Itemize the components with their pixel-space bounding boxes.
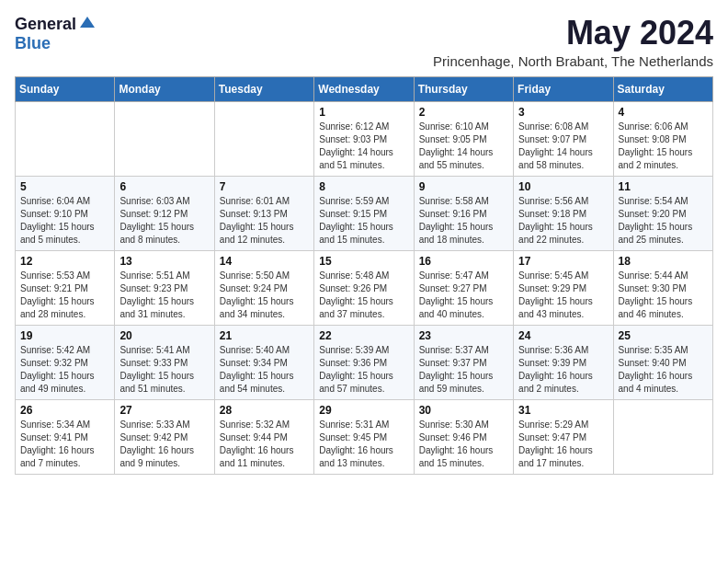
day-info: Sunrise: 6:04 AM Sunset: 9:10 PM Dayligh… xyxy=(20,195,109,247)
day-info: Sunrise: 5:37 AM Sunset: 9:37 PM Dayligh… xyxy=(419,344,508,396)
day-info: Sunrise: 5:30 AM Sunset: 9:46 PM Dayligh… xyxy=(419,419,508,470)
title-section: May 2024 Princenhage, North Brabant, The… xyxy=(433,15,713,69)
calendar-week-row: 19Sunrise: 5:42 AM Sunset: 9:32 PM Dayli… xyxy=(16,325,713,399)
day-info: Sunrise: 6:08 AM Sunset: 9:07 PM Dayligh… xyxy=(518,121,608,172)
day-info: Sunrise: 5:40 AM Sunset: 9:34 PM Dayligh… xyxy=(220,344,309,396)
calendar-cell: 11Sunrise: 5:54 AM Sunset: 9:20 PM Dayli… xyxy=(613,176,712,250)
day-number: 5 xyxy=(20,180,109,193)
day-number: 18 xyxy=(619,255,708,268)
day-number: 26 xyxy=(20,404,109,417)
day-number: 4 xyxy=(619,106,708,119)
calendar-week-row: 12Sunrise: 5:53 AM Sunset: 9:21 PM Dayli… xyxy=(16,250,713,325)
calendar-cell: 4Sunrise: 6:06 AM Sunset: 9:08 PM Daylig… xyxy=(613,101,712,176)
day-number: 1 xyxy=(319,106,408,119)
calendar-cell: 12Sunrise: 5:53 AM Sunset: 9:21 PM Dayli… xyxy=(16,250,115,325)
calendar-cell: 2Sunrise: 6:10 AM Sunset: 9:05 PM Daylig… xyxy=(414,101,513,176)
day-number: 23 xyxy=(419,329,508,342)
day-number: 22 xyxy=(319,329,408,342)
day-info: Sunrise: 6:10 AM Sunset: 9:05 PM Dayligh… xyxy=(419,121,508,172)
calendar-cell: 1Sunrise: 6:12 AM Sunset: 9:03 PM Daylig… xyxy=(314,101,414,176)
header-thursday: Thursday xyxy=(414,76,513,101)
day-number: 13 xyxy=(119,255,209,268)
calendar-cell: 18Sunrise: 5:44 AM Sunset: 9:30 PM Dayli… xyxy=(613,250,712,325)
day-number: 7 xyxy=(220,180,309,193)
calendar-week-row: 1Sunrise: 6:12 AM Sunset: 9:03 PM Daylig… xyxy=(16,101,713,176)
day-number: 28 xyxy=(220,404,309,417)
day-number: 3 xyxy=(518,106,608,119)
calendar-cell: 20Sunrise: 5:41 AM Sunset: 9:33 PM Dayli… xyxy=(115,325,214,399)
header-tuesday: Tuesday xyxy=(214,76,313,101)
day-info: Sunrise: 5:51 AM Sunset: 9:23 PM Dayligh… xyxy=(119,270,209,321)
day-info: Sunrise: 5:44 AM Sunset: 9:30 PM Dayligh… xyxy=(619,270,708,321)
day-number: 31 xyxy=(518,404,608,417)
calendar-cell: 30Sunrise: 5:30 AM Sunset: 9:46 PM Dayli… xyxy=(414,399,513,474)
day-number: 20 xyxy=(119,329,209,342)
calendar-cell: 26Sunrise: 5:34 AM Sunset: 9:41 PM Dayli… xyxy=(16,399,115,474)
calendar-week-row: 26Sunrise: 5:34 AM Sunset: 9:41 PM Dayli… xyxy=(16,399,713,474)
header-wednesday: Wednesday xyxy=(314,76,414,101)
day-info: Sunrise: 5:53 AM Sunset: 9:21 PM Dayligh… xyxy=(20,270,109,321)
calendar-cell: 5Sunrise: 6:04 AM Sunset: 9:10 PM Daylig… xyxy=(16,176,115,250)
day-info: Sunrise: 5:42 AM Sunset: 9:32 PM Dayligh… xyxy=(20,344,109,396)
calendar-cell: 23Sunrise: 5:37 AM Sunset: 9:37 PM Dayli… xyxy=(414,325,513,399)
day-number: 14 xyxy=(220,255,309,268)
calendar-week-row: 5Sunrise: 6:04 AM Sunset: 9:10 PM Daylig… xyxy=(16,176,713,250)
calendar-cell: 27Sunrise: 5:33 AM Sunset: 9:42 PM Dayli… xyxy=(115,399,214,474)
calendar-cell xyxy=(115,101,214,176)
calendar-cell: 22Sunrise: 5:39 AM Sunset: 9:36 PM Dayli… xyxy=(314,325,414,399)
calendar-cell xyxy=(214,101,313,176)
logo-blue: Blue xyxy=(15,34,51,52)
logo-general: General xyxy=(15,15,76,34)
day-info: Sunrise: 5:54 AM Sunset: 9:20 PM Dayligh… xyxy=(619,195,708,247)
day-number: 24 xyxy=(518,329,608,342)
day-info: Sunrise: 6:03 AM Sunset: 9:12 PM Dayligh… xyxy=(119,195,209,247)
day-info: Sunrise: 5:32 AM Sunset: 9:44 PM Dayligh… xyxy=(220,419,309,470)
header-sunday: Sunday xyxy=(16,76,115,101)
day-info: Sunrise: 5:59 AM Sunset: 9:15 PM Dayligh… xyxy=(319,195,408,247)
day-number: 6 xyxy=(119,180,209,193)
calendar-cell: 13Sunrise: 5:51 AM Sunset: 9:23 PM Dayli… xyxy=(115,250,214,325)
day-number: 19 xyxy=(20,329,109,342)
calendar-cell: 21Sunrise: 5:40 AM Sunset: 9:34 PM Dayli… xyxy=(214,325,313,399)
day-info: Sunrise: 6:01 AM Sunset: 9:13 PM Dayligh… xyxy=(220,195,309,247)
day-info: Sunrise: 5:31 AM Sunset: 9:45 PM Dayligh… xyxy=(319,419,408,470)
calendar-cell xyxy=(613,399,712,474)
svg-marker-0 xyxy=(80,17,95,28)
calendar-cell: 10Sunrise: 5:56 AM Sunset: 9:18 PM Dayli… xyxy=(514,176,613,250)
calendar-cell: 24Sunrise: 5:36 AM Sunset: 9:39 PM Dayli… xyxy=(514,325,613,399)
calendar-cell: 25Sunrise: 5:35 AM Sunset: 9:40 PM Dayli… xyxy=(613,325,712,399)
day-info: Sunrise: 5:45 AM Sunset: 9:29 PM Dayligh… xyxy=(518,270,608,321)
day-number: 12 xyxy=(20,255,109,268)
logo: General Blue xyxy=(15,15,97,53)
header-saturday: Saturday xyxy=(613,76,712,101)
day-info: Sunrise: 5:50 AM Sunset: 9:24 PM Dayligh… xyxy=(220,270,309,321)
day-number: 8 xyxy=(319,180,408,193)
day-info: Sunrise: 5:29 AM Sunset: 9:47 PM Dayligh… xyxy=(518,419,608,470)
calendar-cell: 16Sunrise: 5:47 AM Sunset: 9:27 PM Dayli… xyxy=(414,250,513,325)
day-number: 29 xyxy=(319,404,408,417)
day-info: Sunrise: 5:47 AM Sunset: 9:27 PM Dayligh… xyxy=(419,270,508,321)
calendar-cell: 8Sunrise: 5:59 AM Sunset: 9:15 PM Daylig… xyxy=(314,176,414,250)
day-info: Sunrise: 6:12 AM Sunset: 9:03 PM Dayligh… xyxy=(319,121,408,172)
day-info: Sunrise: 5:33 AM Sunset: 9:42 PM Dayligh… xyxy=(119,419,209,470)
day-number: 25 xyxy=(619,329,708,342)
calendar-cell xyxy=(16,101,115,176)
logo-icon xyxy=(78,15,97,33)
calendar-cell: 9Sunrise: 5:58 AM Sunset: 9:16 PM Daylig… xyxy=(414,176,513,250)
day-number: 16 xyxy=(419,255,508,268)
calendar-cell: 14Sunrise: 5:50 AM Sunset: 9:24 PM Dayli… xyxy=(214,250,313,325)
location-title: Princenhage, North Brabant, The Netherla… xyxy=(433,53,713,69)
calendar-table: SundayMondayTuesdayWednesdayThursdayFrid… xyxy=(15,76,713,475)
day-info: Sunrise: 5:58 AM Sunset: 9:16 PM Dayligh… xyxy=(419,195,508,247)
day-number: 21 xyxy=(220,329,309,342)
calendar-cell: 6Sunrise: 6:03 AM Sunset: 9:12 PM Daylig… xyxy=(115,176,214,250)
day-number: 17 xyxy=(518,255,608,268)
header-monday: Monday xyxy=(115,76,214,101)
day-info: Sunrise: 5:35 AM Sunset: 9:40 PM Dayligh… xyxy=(619,344,708,396)
calendar-header-row: SundayMondayTuesdayWednesdayThursdayFrid… xyxy=(16,76,713,101)
calendar-cell: 7Sunrise: 6:01 AM Sunset: 9:13 PM Daylig… xyxy=(214,176,313,250)
day-info: Sunrise: 5:34 AM Sunset: 9:41 PM Dayligh… xyxy=(20,419,109,470)
calendar-cell: 31Sunrise: 5:29 AM Sunset: 9:47 PM Dayli… xyxy=(514,399,613,474)
calendar-cell: 28Sunrise: 5:32 AM Sunset: 9:44 PM Dayli… xyxy=(214,399,313,474)
day-number: 2 xyxy=(419,106,508,119)
